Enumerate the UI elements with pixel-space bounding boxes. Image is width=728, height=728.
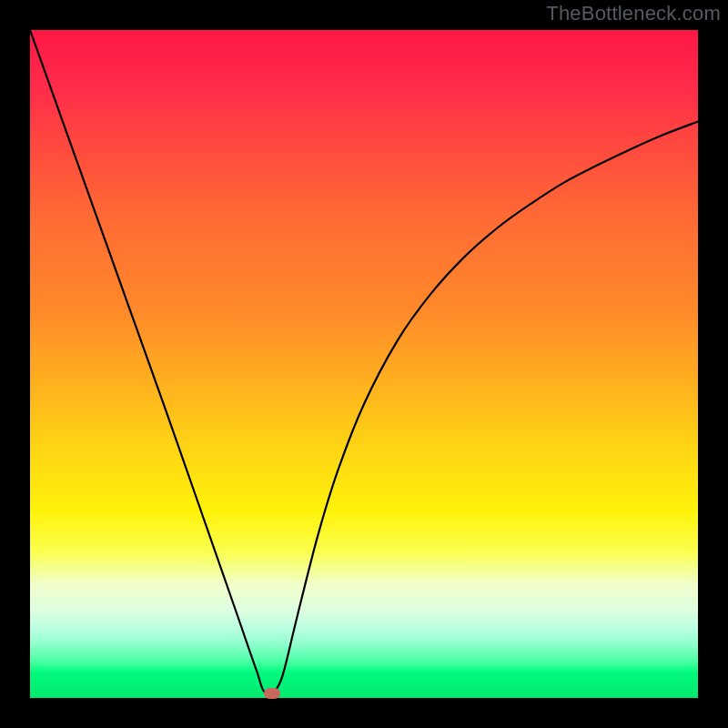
minimum-marker-dot	[264, 688, 280, 699]
bottleneck-curve	[30, 30, 698, 698]
watermark-text: TheBottleneck.com	[546, 2, 721, 25]
